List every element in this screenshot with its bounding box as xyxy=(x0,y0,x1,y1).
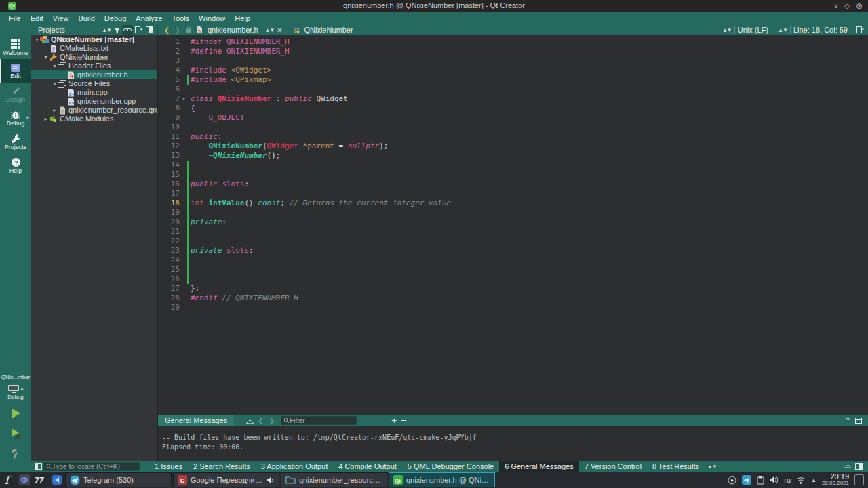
panel-selector-arrows-icon[interactable]: ▲▼ xyxy=(102,27,111,33)
taskbar-window-button[interactable]: Qtqnixienumber.h @ QNixieNu... xyxy=(389,472,495,487)
cursor-pos-arrows-icon[interactable]: ▲▼ xyxy=(778,27,787,33)
tree-collapsed-arrow-icon[interactable]: ▸ xyxy=(43,116,49,122)
menu-debug[interactable]: Debug xyxy=(100,12,131,24)
code-line[interactable]: 16public slots: xyxy=(158,180,868,189)
volume-tray-icon[interactable] xyxy=(770,476,778,484)
menu-window[interactable]: Window xyxy=(194,12,230,24)
symbol-selector[interactable]: QNixieNumber xyxy=(304,26,353,34)
zoom-in-icon[interactable]: + xyxy=(389,415,399,426)
code-line[interactable]: 10 xyxy=(158,123,868,132)
output-tab-test-results[interactable]: 8 Test Results xyxy=(647,461,705,472)
blue-app-icon[interactable] xyxy=(50,473,64,487)
menu-analyze[interactable]: Analyze xyxy=(131,12,167,24)
code-line[interactable]: 13 ~QNixieNumber(); xyxy=(158,151,868,161)
menu-view[interactable]: View xyxy=(48,12,74,24)
document-dropdown-icon[interactable]: ▲▼ xyxy=(265,27,275,33)
keyboard-layout-indicator[interactable]: ru xyxy=(784,476,791,484)
code-line[interactable]: 11public: xyxy=(158,132,868,142)
code-line[interactable]: 3 xyxy=(158,56,868,66)
go-back-icon[interactable]: ❮ xyxy=(161,25,172,35)
tree-item[interactable]: hqnixienumber.h xyxy=(31,70,157,79)
tree-item[interactable]: ▾Header Files xyxy=(31,62,157,70)
code-line[interactable]: 9 Q_OBJECT xyxy=(158,113,868,123)
telegram-tray-icon[interactable] xyxy=(742,475,751,485)
mode-help[interactable]: ?Help xyxy=(0,154,31,178)
tree-item[interactable]: ▾QNixieNumber xyxy=(31,53,157,62)
zoom-out-icon[interactable]: − xyxy=(399,415,408,426)
mode-projects[interactable]: Projects xyxy=(0,130,31,154)
go-forward-icon[interactable]: ❯ xyxy=(172,25,183,35)
code-line[interactable]: 26 xyxy=(158,274,868,284)
seventy-seven-icon[interactable]: 77 xyxy=(33,473,48,487)
code-line[interactable]: 17 xyxy=(158,189,868,199)
code-line[interactable]: 19 xyxy=(158,208,868,218)
output-panes-arrows-icon[interactable]: ▲▼ xyxy=(707,464,717,470)
maximize-pane-icon[interactable]: ⌃ xyxy=(842,416,853,426)
split-panel-icon[interactable] xyxy=(133,25,144,35)
panel-selector[interactable]: Projects xyxy=(34,26,65,34)
debug-run-button[interactable] xyxy=(0,424,31,444)
prev-item-icon[interactable]: ❮ xyxy=(255,416,266,426)
tree-item[interactable]: c+qnixienumber.cpp xyxy=(31,97,157,106)
locate-field[interactable] xyxy=(43,462,140,471)
output-pane-title[interactable]: General Messages xyxy=(158,415,234,426)
run-button[interactable] xyxy=(0,403,31,424)
output-tab-version-control[interactable]: 7 Version Control xyxy=(579,461,647,472)
code-line[interactable]: 8{ xyxy=(158,104,868,113)
tree-item[interactable]: ▸qnixienumber_resource.qrc xyxy=(31,106,157,115)
tree-item[interactable]: ▾Source Files xyxy=(31,79,157,88)
code-line[interactable]: 2#define QNIXIENUMBER_H xyxy=(158,47,868,56)
code-line[interactable]: 15 xyxy=(158,170,868,180)
wifi-tray-icon[interactable] xyxy=(796,476,806,484)
code-line[interactable]: 14 xyxy=(158,161,868,170)
output-tab-qml-debugger-console[interactable]: 5 QML Debugger Console xyxy=(402,461,499,472)
menu-tools[interactable]: Tools xyxy=(167,12,194,24)
code-line[interactable]: 23private slots: xyxy=(158,246,868,256)
code-line[interactable]: 25 xyxy=(158,265,868,274)
close-button[interactable]: ⊗ xyxy=(854,1,864,11)
tree-expanded-arrow-icon[interactable]: ▾ xyxy=(52,81,58,87)
output-tab-compile-output[interactable]: 4 Compile Output xyxy=(333,461,402,472)
filter-icon[interactable] xyxy=(111,25,122,35)
save-log-icon[interactable] xyxy=(244,416,255,426)
code-line[interactable]: 6 xyxy=(158,85,868,94)
code-line[interactable]: 12 QNixieNumber(QWidget *parent = nullpt… xyxy=(158,142,868,151)
mode-edit[interactable]: Edit xyxy=(0,59,31,83)
f-app-icon[interactable]: f xyxy=(1,473,16,487)
code-line[interactable]: 21 xyxy=(158,227,868,237)
close-document-icon[interactable]: ✕ xyxy=(274,25,285,35)
code-line[interactable]: 4#include <QWidget> xyxy=(158,66,868,75)
media-player-tray-icon[interactable] xyxy=(728,476,736,485)
discord-icon[interactable] xyxy=(17,473,32,487)
code-line[interactable]: 27}; xyxy=(158,284,868,293)
code-line[interactable]: 28#endif // QNIXIENUMBER_H xyxy=(158,293,868,303)
link-with-editor-icon[interactable] xyxy=(122,25,133,35)
code-line[interactable]: 5#include <QPixmap> xyxy=(158,75,868,85)
tree-expanded-arrow-icon[interactable]: ▾ xyxy=(52,63,58,69)
build-button[interactable] xyxy=(0,444,31,464)
open-document-name[interactable]: qnixienumber.h xyxy=(208,26,258,34)
output-filter[interactable] xyxy=(281,416,357,425)
menu-build[interactable]: Build xyxy=(73,12,99,24)
taskbar-window-button[interactable]: Telegram (530) xyxy=(65,472,172,487)
line-ending-arrows-icon[interactable]: ▲▼ xyxy=(722,27,732,33)
close-pane-icon[interactable] xyxy=(853,416,864,426)
code-editor[interactable]: 1#ifndef QNIXIENUMBER_H2#define QNIXIENU… xyxy=(158,35,868,415)
code-line[interactable]: 22 xyxy=(158,237,868,246)
mode-debug[interactable]: ▸Debug xyxy=(0,106,31,130)
code-line[interactable]: 1#ifndef QNIXIENUMBER_H xyxy=(158,37,868,47)
menu-edit[interactable]: Edit xyxy=(26,12,48,24)
clipboard-tray-icon[interactable] xyxy=(757,476,764,485)
menu-help[interactable]: Help xyxy=(230,12,255,24)
mode-welcome[interactable]: Welcome xyxy=(0,35,31,59)
locate-input[interactable] xyxy=(52,463,134,470)
maximize-button[interactable]: ◇ xyxy=(842,1,852,11)
tree-expanded-arrow-icon[interactable]: ▾ xyxy=(43,54,49,60)
code-line[interactable]: 29 xyxy=(158,303,868,312)
show-desktop-button[interactable] xyxy=(854,474,864,485)
taskbar-window-button[interactable]: GGoogle Переводчик — ... xyxy=(173,472,279,487)
taskbar-window-button[interactable]: qnixienumber_resource — D... xyxy=(281,472,387,487)
output-tab-issues[interactable]: 1 Issues xyxy=(149,461,188,472)
output-tab-general-messages[interactable]: 6 General Messages xyxy=(499,461,579,472)
close-panel-icon[interactable] xyxy=(144,25,155,35)
